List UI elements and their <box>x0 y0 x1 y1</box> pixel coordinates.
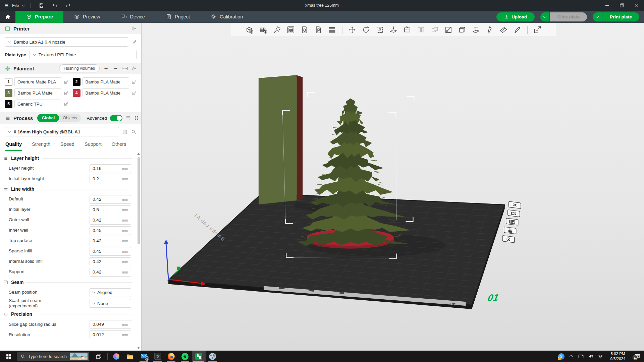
cut-icon[interactable] <box>402 24 413 35</box>
tray-expand-button[interactable] <box>566 351 576 362</box>
paint-button[interactable] <box>206 351 219 362</box>
undo-icon[interactable] <box>52 3 58 8</box>
process-preset-select[interactable]: 0.16mm High Quality @BBL A1 <box>5 127 119 136</box>
firefox-button[interactable] <box>164 351 178 362</box>
model-box[interactable] <box>259 75 303 204</box>
assembly-view-icon[interactable] <box>532 24 543 35</box>
support-input[interactable]: 0.42mm <box>90 268 131 277</box>
split-parts-icon[interactable] <box>313 24 324 35</box>
search-settings-icon[interactable] <box>131 129 137 135</box>
save-preset-icon[interactable] <box>122 129 128 135</box>
initial-layer-height-input[interactable]: 0.2mm <box>90 175 131 183</box>
edit-filament-icon[interactable] <box>131 79 137 84</box>
save-icon[interactable] <box>39 3 44 8</box>
maximize-button[interactable] <box>614 0 629 11</box>
filament-preset-select[interactable]: Overture Matte PLA <box>14 77 61 86</box>
variable-layer-height-icon[interactable] <box>327 24 338 35</box>
spotify-button[interactable] <box>178 351 192 362</box>
slice-gap-closing-radius-input[interactable]: 0.049mm <box>90 320 131 329</box>
app-tile-button[interactable] <box>151 351 164 362</box>
mirror-icon[interactable] <box>416 24 427 35</box>
slice-plate-button[interactable]: Slice plate <box>550 12 587 21</box>
arrange-plate-icon[interactable] <box>508 210 520 217</box>
filament-preset-select[interactable]: Bambu PLA Matte <box>83 88 129 97</box>
sparse-infill-input[interactable]: 0.45mm <box>90 247 131 256</box>
search-input[interactable] <box>28 354 67 359</box>
measure-icon[interactable] <box>498 24 509 35</box>
flatten-icon[interactable] <box>388 24 399 35</box>
auto-orient-icon[interactable] <box>272 24 283 35</box>
add-plate-icon[interactable] <box>258 24 269 35</box>
scale-icon[interactable] <box>374 24 385 35</box>
filament-preset-select[interactable]: Bambu PLA Matte <box>83 77 129 86</box>
menu-icon[interactable] <box>4 3 9 8</box>
edit-filament-icon[interactable] <box>63 101 69 107</box>
scroll-up-icon[interactable] <box>137 153 140 155</box>
bambu-studio-button[interactable] <box>192 351 206 362</box>
start-button[interactable] <box>0 351 17 362</box>
arrange-icon[interactable] <box>285 24 297 35</box>
process-tab-quality[interactable]: Quality <box>5 141 22 151</box>
plate-type-select[interactable]: Textured PEI Plate <box>30 50 137 59</box>
copilot-button[interactable] <box>109 351 123 362</box>
move-icon[interactable] <box>347 24 358 35</box>
help-tray-button[interactable]: ? <box>556 351 566 362</box>
wifi-tray-button[interactable] <box>595 351 605 362</box>
tab-device[interactable]: Device <box>111 11 155 23</box>
filament-color-chip[interactable]: 4 <box>73 89 80 97</box>
filament-preset-select[interactable]: Generic TPU <box>14 100 61 108</box>
plate-visibility-icon[interactable] <box>502 236 515 243</box>
minimize-button[interactable] <box>600 0 614 11</box>
file-chevron-down-icon[interactable] <box>22 3 25 6</box>
filament-preset-select[interactable]: Bambu PLA Matte <box>14 88 61 97</box>
process-tab-others[interactable]: Others <box>112 141 126 151</box>
mail-button[interactable]: 6 <box>137 351 151 362</box>
delete-plate-icon[interactable] <box>509 201 521 208</box>
emboss-icon[interactable] <box>512 24 523 35</box>
seam-icon[interactable] <box>484 24 495 35</box>
flushing-volumes-button[interactable]: Flushing volumes <box>59 64 100 72</box>
scroll-down-icon[interactable] <box>137 347 140 349</box>
ams-icon[interactable] <box>122 65 128 71</box>
printer-settings-gear-icon[interactable] <box>131 26 137 31</box>
tab-preview[interactable]: Preview <box>63 11 111 23</box>
default-input[interactable]: 0.42mm <box>90 195 131 204</box>
color-paint-icon[interactable] <box>429 24 440 35</box>
preset-list-icon[interactable] <box>125 115 131 121</box>
lock-plate-icon[interactable] <box>504 227 516 234</box>
edit-printer-preset-icon[interactable] <box>131 39 137 45</box>
plate-settings-icon[interactable] <box>506 218 518 225</box>
task-view-button[interactable] <box>92 351 106 362</box>
process-tab-speed[interactable]: Speed <box>60 141 74 151</box>
compare-presets-icon[interactable] <box>134 115 139 121</box>
slice-options-button[interactable] <box>540 12 549 21</box>
seam-position-select[interactable]: Aligned <box>90 288 131 297</box>
internal-solid-infill-input[interactable]: 0.42mm <box>90 257 131 266</box>
volume-tray-button[interactable] <box>586 351 595 362</box>
filament-color-chip[interactable]: 1 <box>5 78 12 86</box>
fuzzy-skin-icon[interactable] <box>457 24 468 35</box>
file-explorer-button[interactable] <box>123 351 137 362</box>
add-filament-icon[interactable]: + <box>103 65 109 72</box>
outer-wall-input[interactable]: 0.42mm <box>90 216 131 225</box>
filament-color-chip[interactable]: 5 <box>5 100 12 108</box>
print-options-button[interactable] <box>593 12 602 21</box>
taskbar-search[interactable] <box>17 352 89 361</box>
resolution-input[interactable]: 0.012mm <box>90 330 131 339</box>
remove-filament-icon[interactable]: − <box>112 65 119 72</box>
tab-calibration[interactable]: Calibration <box>200 11 253 23</box>
close-button[interactable] <box>629 0 644 11</box>
filament-color-chip[interactable]: 3 <box>5 89 12 97</box>
filament-color-chip[interactable]: 2 <box>73 78 80 86</box>
top-surface-input[interactable]: 0.42mm <box>90 237 131 245</box>
edit-filament-icon[interactable] <box>63 90 69 96</box>
advanced-toggle[interactable] <box>110 115 122 121</box>
tab-project[interactable]: Project <box>155 11 200 23</box>
display-tray-button[interactable] <box>576 351 586 362</box>
inner-wall-input[interactable]: 0.45mm <box>90 226 131 235</box>
clock[interactable]: 5:02 PM 9/3/2024 <box>605 351 631 361</box>
printer-preset-select[interactable]: Bambu Lab A1 0.4 nozzle <box>5 37 128 47</box>
home-button[interactable] <box>0 11 15 23</box>
redo-icon[interactable] <box>65 3 71 8</box>
initial-layer-input[interactable]: 0.5mm <box>90 205 131 214</box>
